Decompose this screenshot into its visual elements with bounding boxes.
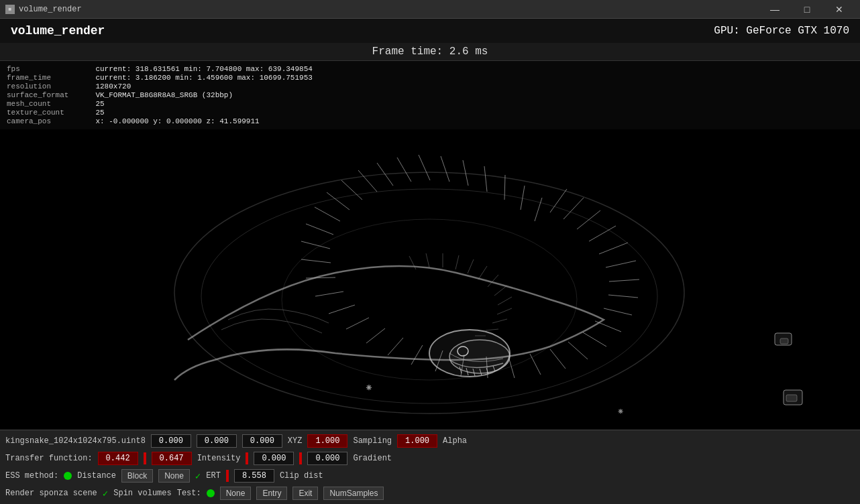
xyz-label: XYZ bbox=[288, 436, 303, 446]
snake-render: ✳ ✳ bbox=[0, 129, 860, 430]
gradient-label: Gradient bbox=[353, 454, 392, 463]
test-indicator bbox=[207, 489, 215, 497]
ess-label: ESS method: bbox=[5, 471, 58, 481]
test-label: Test: bbox=[177, 489, 201, 498]
svg-text:✳: ✳ bbox=[366, 382, 372, 393]
sampling-label: Sampling bbox=[353, 436, 392, 446]
frametime-bar: Frame time: 2.6 ms bbox=[0, 43, 860, 61]
render-viewport[interactable]: ✳ ✳ bbox=[0, 129, 860, 430]
spin-volumes-label: Spin volumes bbox=[113, 489, 171, 498]
stats-overlay: fps frame_time resolution surface_format… bbox=[0, 61, 860, 129]
val1-input[interactable] bbox=[151, 434, 191, 448]
spin-volumes-check: ✓ bbox=[103, 488, 108, 499]
clipdist-input[interactable] bbox=[234, 469, 274, 483]
frame-time-label: frame_time bbox=[7, 74, 68, 82]
numsamples-button[interactable]: NumSamples bbox=[323, 487, 384, 500]
sampling-input[interactable] bbox=[397, 434, 437, 448]
ctrl-row-2: Transfer function: Intensity Gradient bbox=[5, 450, 855, 466]
app-icon: ■ bbox=[5, 5, 15, 14]
tf-val1-input[interactable] bbox=[98, 452, 138, 465]
gpu-info: GPU: GeForce GTX 1070 bbox=[714, 25, 849, 37]
frame-time-value: current: 3.186200 min: 1.459600 max: 106… bbox=[95, 74, 312, 82]
distance-indicator bbox=[64, 472, 72, 480]
ctrl-row-4: Render sponza scene ✓ Spin volumes Test:… bbox=[5, 485, 855, 501]
surface-format-label: surface_format bbox=[7, 91, 68, 99]
minimize-button[interactable]: — bbox=[759, 0, 790, 19]
frametime-label: Frame time: 2.6 ms bbox=[372, 46, 488, 58]
stats-labels-col: fps frame_time resolution surface_format… bbox=[7, 65, 68, 125]
mesh-count-label: mesh_count bbox=[7, 100, 68, 108]
texture-count-value: 25 bbox=[95, 109, 312, 117]
camera-pos-label: camera_pos bbox=[7, 117, 68, 125]
svg-rect-68 bbox=[780, 338, 788, 344]
tf-val3-input[interactable] bbox=[254, 452, 294, 465]
intensity-label: Intensity bbox=[197, 454, 241, 463]
val2-input[interactable] bbox=[197, 434, 237, 448]
close-button[interactable]: ✕ bbox=[824, 0, 855, 19]
titlebar-left: ■ volume_render bbox=[5, 5, 82, 14]
titlebar-controls: — □ ✕ bbox=[759, 0, 855, 19]
ert-slider[interactable] bbox=[226, 470, 229, 482]
restore-button[interactable]: □ bbox=[792, 0, 822, 19]
dataset-label: kingsnake_1024x1024x795.uint8 bbox=[5, 436, 146, 446]
stats-values-col: current: 318.631561 min: 7.704800 max: 6… bbox=[95, 65, 312, 125]
surface-format-value: VK_FORMAT_B8G8R8A8_SRGB (32bbp) bbox=[95, 91, 312, 99]
titlebar-title: volume_render bbox=[19, 5, 82, 14]
app-title: volume_render bbox=[11, 24, 105, 38]
svg-text:✳: ✳ bbox=[618, 407, 623, 416]
gradient-slider[interactable] bbox=[299, 452, 302, 464]
texture-count-label: texture_count bbox=[7, 109, 68, 117]
exit-button[interactable]: Exit bbox=[292, 487, 318, 500]
resolution-label: resolution bbox=[7, 82, 68, 90]
mesh-count-value: 25 bbox=[95, 100, 312, 108]
render-sponza-label: Render sponza scene bbox=[5, 489, 97, 498]
ert-label: ERT bbox=[206, 471, 221, 481]
intensity-slider[interactable] bbox=[246, 452, 248, 464]
tf-label: Transfer function: bbox=[5, 454, 93, 463]
ctrl-row-1: kingsnake_1024x1024x795.uint8 XYZ Sampli… bbox=[5, 433, 855, 449]
clipdist-label: Clip dist bbox=[280, 471, 323, 481]
app-header: volume_render GPU: GeForce GTX 1070 bbox=[0, 19, 860, 43]
val4-input[interactable] bbox=[307, 434, 347, 448]
tf-slider-1[interactable] bbox=[144, 452, 146, 464]
app-icon-glyph: ■ bbox=[9, 6, 12, 12]
none-button[interactable]: None bbox=[158, 469, 190, 483]
svg-rect-70 bbox=[786, 395, 797, 401]
ert-check: ✓ bbox=[195, 470, 201, 482]
val3-input[interactable] bbox=[242, 434, 282, 448]
tf-val4-input[interactable] bbox=[307, 452, 347, 465]
entry-button[interactable]: Entry bbox=[256, 487, 287, 500]
ctrl-row-3: ESS method: Distance Block None ✓ ERT Cl… bbox=[5, 468, 855, 484]
camera-pos-value: x: -0.000000 y: 0.000000 z: 41.599911 bbox=[95, 117, 312, 125]
fps-value: current: 318.631561 min: 7.704800 max: 6… bbox=[95, 65, 312, 73]
tf-val2-input[interactable] bbox=[152, 452, 192, 465]
alpha-label: Alpha bbox=[443, 436, 467, 446]
svg-rect-0 bbox=[0, 152, 860, 407]
controls-panel: kingsnake_1024x1024x795.uint8 XYZ Sampli… bbox=[0, 430, 860, 504]
distance-label: Distance bbox=[77, 471, 116, 481]
block-button[interactable]: Block bbox=[121, 469, 153, 483]
fps-label: fps bbox=[7, 65, 68, 73]
titlebar: ■ volume_render — □ ✕ bbox=[0, 0, 860, 19]
resolution-value: 1280x720 bbox=[95, 82, 312, 90]
test-none-button[interactable]: None bbox=[220, 487, 252, 500]
